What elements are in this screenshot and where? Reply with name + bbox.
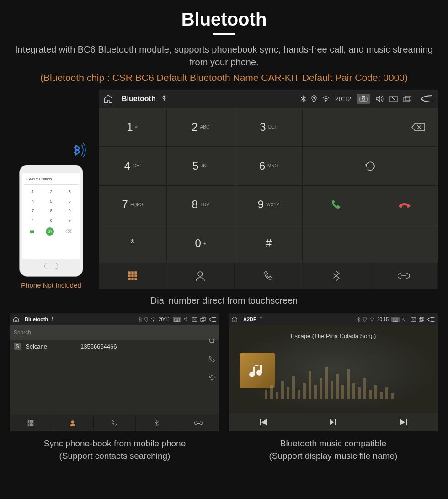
prev-track-button[interactable] xyxy=(229,413,299,431)
key-5[interactable]: 5JKL xyxy=(167,147,235,185)
svg-rect-44 xyxy=(265,390,267,399)
bluetooth-icon xyxy=(138,317,142,322)
svg-point-2 xyxy=(325,100,327,102)
wifi-icon xyxy=(369,317,374,322)
phonebook-bottom-nav xyxy=(10,415,219,431)
key-hash[interactable]: # xyxy=(235,224,303,263)
phonebook-caption: Sync phone-book from mobile phone (Suppo… xyxy=(10,438,219,462)
key-star[interactable]: * xyxy=(99,224,166,263)
home-icon[interactable] xyxy=(13,316,19,322)
refresh-icon[interactable] xyxy=(208,374,216,383)
close-app-icon[interactable] xyxy=(411,317,416,322)
recent-apps-icon[interactable] xyxy=(200,317,206,322)
statusbar-time: 20:15 xyxy=(377,317,389,322)
key-9[interactable]: 9WXYZ xyxy=(235,186,303,224)
svg-rect-68 xyxy=(260,419,261,425)
equalizer-viz xyxy=(260,362,406,403)
screenshot-icon[interactable] xyxy=(357,94,370,104)
svg-rect-10 xyxy=(132,272,133,274)
statusbar-time: 20:11 xyxy=(159,317,170,322)
back-icon[interactable] xyxy=(427,317,435,322)
svg-rect-25 xyxy=(202,317,205,320)
nav-call-log[interactable] xyxy=(235,263,302,289)
nav-bluetooth[interactable] xyxy=(136,415,178,431)
search-icon[interactable] xyxy=(208,337,216,346)
play-pause-button[interactable] xyxy=(299,413,368,431)
nav-call-log[interactable] xyxy=(94,415,136,431)
recent-apps-icon[interactable] xyxy=(419,317,424,322)
contact-row[interactable]: S Seicane 13566664466 xyxy=(10,340,219,353)
back-icon[interactable] xyxy=(421,95,433,103)
nav-dialpad[interactable] xyxy=(10,415,52,431)
call-button[interactable] xyxy=(303,199,369,210)
hangup-button[interactable] xyxy=(372,199,438,210)
call-icon[interactable] xyxy=(208,355,216,365)
svg-point-18 xyxy=(198,272,203,276)
key-1[interactable]: 1∞ xyxy=(99,108,166,146)
key-4[interactable]: 4GHI xyxy=(99,147,166,185)
home-icon[interactable] xyxy=(103,94,113,104)
key-7[interactable]: 7PQRS xyxy=(99,186,166,224)
nav-contacts[interactable] xyxy=(166,263,234,289)
svg-rect-12 xyxy=(128,275,130,277)
usb-icon xyxy=(51,317,54,322)
statusbar-title: A2DP xyxy=(243,317,256,322)
svg-rect-16 xyxy=(132,278,133,280)
svg-rect-62 xyxy=(363,378,366,399)
screenshot-icon[interactable] xyxy=(391,317,400,322)
svg-point-1 xyxy=(313,97,315,99)
svg-rect-33 xyxy=(28,424,30,426)
key-8[interactable]: 8TUV xyxy=(167,186,235,224)
svg-rect-63 xyxy=(369,390,372,399)
home-icon[interactable] xyxy=(231,316,238,322)
svg-point-4 xyxy=(362,98,365,101)
svg-rect-61 xyxy=(358,387,361,399)
svg-rect-58 xyxy=(341,385,344,399)
svg-rect-13 xyxy=(132,275,133,277)
nav-bluetooth[interactable] xyxy=(302,263,370,289)
svg-rect-14 xyxy=(135,275,137,277)
nav-contacts[interactable] xyxy=(52,415,94,431)
key-3[interactable]: 3DEF xyxy=(235,108,303,146)
redial-button[interactable] xyxy=(303,147,438,185)
usb-icon xyxy=(259,317,263,322)
nav-pair[interactable] xyxy=(370,263,438,289)
svg-point-22 xyxy=(176,319,178,321)
svg-rect-67 xyxy=(391,393,394,399)
svg-rect-47 xyxy=(281,381,284,399)
key-2[interactable]: 2ABC xyxy=(167,108,235,146)
svg-rect-43 xyxy=(420,317,424,320)
screenshot-icon[interactable] xyxy=(173,317,181,322)
key-6[interactable]: 6MNO xyxy=(235,147,303,185)
bluetooth-waves-icon xyxy=(69,140,88,162)
phonebook-side-icons xyxy=(208,337,216,383)
search-input[interactable]: Search xyxy=(10,325,219,340)
volume-icon[interactable] xyxy=(402,317,408,322)
close-app-icon[interactable] xyxy=(192,317,197,322)
music-caption: Bluetooth music compatible (Support disp… xyxy=(229,438,438,462)
svg-rect-50 xyxy=(298,390,300,399)
key-0[interactable]: 0+ xyxy=(167,224,235,263)
contact-number: 13566664466 xyxy=(80,343,117,350)
music-statusbar: A2DP 20:15 xyxy=(229,313,438,325)
location-icon xyxy=(311,95,317,102)
backspace-button[interactable] xyxy=(303,108,438,146)
nav-dialpad[interactable] xyxy=(99,263,166,289)
phone-keypad: 123 456 789 *0# xyxy=(24,188,78,225)
svg-rect-5 xyxy=(362,96,365,97)
svg-rect-70 xyxy=(406,419,407,425)
svg-point-40 xyxy=(395,319,396,321)
next-track-button[interactable] xyxy=(368,413,438,431)
volume-icon[interactable] xyxy=(184,317,189,322)
svg-point-20 xyxy=(153,320,154,321)
music-controls xyxy=(229,413,438,431)
svg-rect-31 xyxy=(30,423,32,424)
close-app-icon[interactable] xyxy=(389,96,398,102)
statusbar-title: Bluetooth xyxy=(25,317,48,322)
phonebook-panel: Bluetooth 20:11 Search S Seicane 1356666… xyxy=(10,313,219,431)
volume-icon[interactable] xyxy=(376,95,384,102)
recent-apps-icon[interactable] xyxy=(403,96,411,102)
phone-not-included: Phone Not Included xyxy=(21,281,81,289)
nav-pair[interactable] xyxy=(177,415,219,431)
back-icon[interactable] xyxy=(208,317,217,322)
